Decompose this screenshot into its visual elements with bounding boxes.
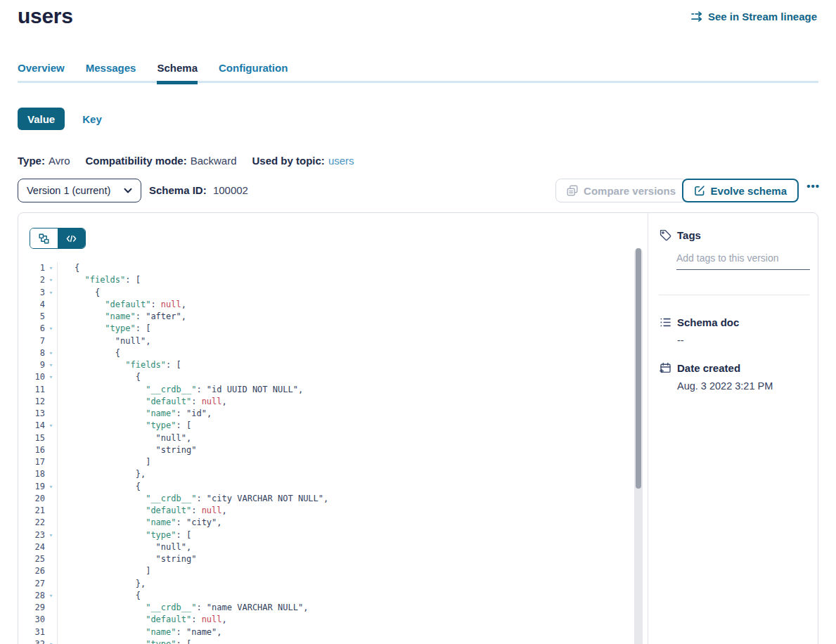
- fold-spacer: [45, 408, 57, 420]
- evolve-schema-button[interactable]: Evolve schema: [682, 179, 799, 202]
- code-view-button[interactable]: [58, 228, 85, 248]
- tab-messages[interactable]: Messages: [86, 62, 136, 82]
- version-select[interactable]: Version 1 (current): [18, 179, 141, 202]
- line-number: 13: [18, 408, 45, 420]
- compatibility-label: Compatibility mode:: [85, 155, 186, 167]
- line-number: 8: [18, 347, 45, 359]
- tree-view-icon: [39, 233, 49, 244]
- tab-configuration[interactable]: Configuration: [219, 62, 288, 82]
- code-line: 5 "name": "after",: [18, 311, 634, 323]
- code-line-text: },: [57, 578, 634, 590]
- fold-arrow-icon[interactable]: ▾: [45, 590, 57, 602]
- tab-rail: [18, 81, 818, 83]
- fold-spacer: [45, 384, 57, 396]
- stream-lineage-link[interactable]: See in Stream lineage: [691, 11, 817, 22]
- code-line-text: {: [57, 287, 634, 299]
- stream-lineage-label: See in Stream lineage: [708, 11, 817, 22]
- line-number: 28: [18, 590, 45, 602]
- schema-id: Schema ID: 100002: [149, 184, 248, 196]
- code-line: 13 "name": "id",: [18, 408, 634, 420]
- fold-arrow-icon[interactable]: ▾: [45, 274, 57, 286]
- code-line-text: {: [57, 371, 634, 383]
- tags-input[interactable]: [676, 252, 810, 264]
- fold-arrow-icon[interactable]: ▾: [45, 638, 57, 644]
- code-line: 29 "__crdb__": "name VARCHAR NULL",: [18, 602, 634, 614]
- code-line: 19▾ {: [18, 481, 634, 493]
- schema-key-value-toggle: Value Key: [18, 108, 102, 130]
- line-number: 3: [18, 287, 45, 299]
- fold-spacer: [45, 578, 57, 590]
- line-number: 7: [18, 335, 45, 347]
- schema-id-value: 100002: [213, 184, 248, 196]
- list-icon: [660, 316, 671, 328]
- schema-doc-section-title: Schema doc: [660, 316, 808, 328]
- code-line-text: "name": "after",: [57, 311, 634, 323]
- line-number: 32: [18, 638, 45, 644]
- date-created-value: Aug. 3 2022 3:21 PM: [677, 380, 808, 392]
- tab-bar: OverviewMessagesSchemaConfiguration: [18, 62, 288, 82]
- schema-panel: 1▾{2▾ "fields": [3▾ {4 "default": null,5…: [18, 212, 818, 644]
- code-line: 31 "name": "name",: [18, 626, 634, 638]
- line-number: 25: [18, 553, 45, 565]
- code-line: 14▾ "type": [: [18, 420, 634, 432]
- code-line: 7 "null",: [18, 335, 634, 347]
- code-line: 21 "default": null,: [18, 505, 634, 517]
- used-by-topic-label: Used by topic:: [252, 155, 325, 167]
- code-line-text: },: [57, 468, 634, 480]
- edit-icon: [694, 185, 705, 196]
- code-line: 8▾ {: [18, 347, 634, 359]
- fold-spacer: [45, 456, 57, 468]
- fold-arrow-icon[interactable]: ▾: [45, 371, 57, 383]
- code-line: 4 "default": null,: [18, 299, 634, 311]
- value-tab-button[interactable]: Value: [18, 108, 65, 130]
- scrollbar-thumb[interactable]: [636, 248, 641, 489]
- line-number: 12: [18, 396, 45, 408]
- tag-icon: [660, 229, 671, 241]
- line-number: 22: [18, 517, 45, 529]
- fold-arrow-icon[interactable]: ▾: [45, 481, 57, 493]
- stream-lineage-icon: [691, 11, 703, 22]
- more-options-button[interactable]: •••: [806, 180, 820, 192]
- tab-schema[interactable]: Schema: [157, 62, 198, 82]
- line-number: 29: [18, 602, 45, 614]
- fold-spacer: [45, 444, 57, 456]
- code-line: 32▾ "type": [: [18, 638, 634, 644]
- code-line-text: "name": "name",: [57, 626, 634, 638]
- fold-arrow-icon[interactable]: ▾: [45, 529, 57, 541]
- fold-arrow-icon[interactable]: ▾: [45, 420, 57, 432]
- line-number: 27: [18, 578, 45, 590]
- fold-spacer: [45, 311, 57, 323]
- code-line: 6▾ "type": [: [18, 323, 634, 335]
- code-line: 25 "string": [18, 553, 634, 565]
- chevron-down-icon: [124, 188, 132, 194]
- line-number: 21: [18, 505, 45, 517]
- code-line-text: {: [57, 590, 634, 602]
- line-number: 6: [18, 323, 45, 335]
- fold-arrow-icon[interactable]: ▾: [45, 323, 57, 335]
- code-line: 26 ]: [18, 565, 634, 577]
- compare-versions-label: Compare versions: [584, 185, 676, 197]
- code-line-text: "__crdb__": "name VARCHAR NULL",: [57, 602, 634, 614]
- sidebar-divider: [659, 295, 809, 295]
- line-number: 2: [18, 274, 45, 286]
- tags-title: Tags: [677, 229, 701, 241]
- code-line-text: "fields": [: [57, 274, 634, 286]
- topic-link[interactable]: users: [328, 155, 354, 167]
- fold-arrow-icon[interactable]: ▾: [45, 262, 57, 274]
- tab-overview[interactable]: Overview: [18, 62, 65, 82]
- schema-sidebar: Tags Schema doc --: [648, 213, 818, 644]
- tree-view-button[interactable]: [30, 228, 58, 248]
- code-line-text: "type": [: [57, 529, 634, 541]
- code-line: 16 "string": [18, 444, 634, 456]
- schema-doc-title: Schema doc: [677, 316, 739, 328]
- tags-section-title: Tags: [660, 229, 808, 241]
- fold-arrow-icon[interactable]: ▾: [45, 287, 57, 299]
- line-number: 20: [18, 493, 45, 505]
- code-line-text: "null",: [57, 541, 634, 553]
- fold-spacer: [45, 505, 57, 517]
- key-tab-button[interactable]: Key: [82, 113, 102, 125]
- compare-versions-button[interactable]: Compare versions: [555, 179, 687, 202]
- fold-spacer: [45, 541, 57, 553]
- fold-arrow-icon[interactable]: ▾: [45, 347, 57, 359]
- fold-arrow-icon[interactable]: ▾: [45, 359, 57, 371]
